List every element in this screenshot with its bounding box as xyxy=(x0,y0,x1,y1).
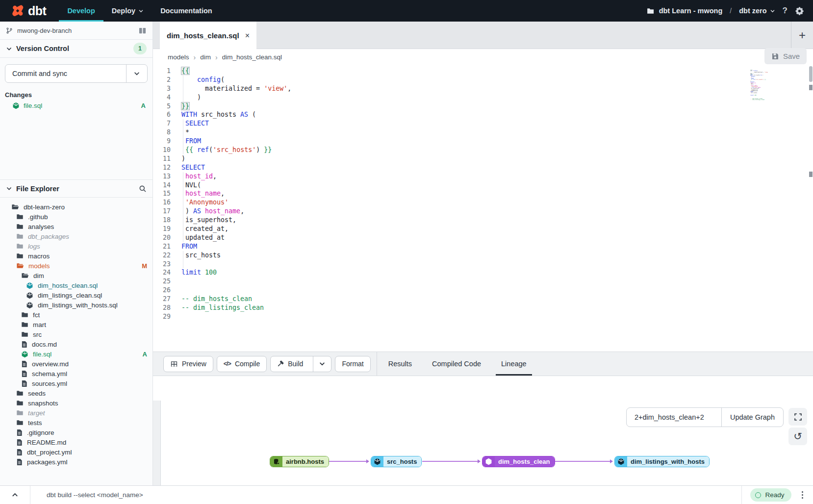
folder-icon xyxy=(16,409,24,416)
commit-and-sync-button[interactable]: Commit and sync xyxy=(5,65,126,82)
build-options-button[interactable] xyxy=(313,356,331,372)
branch-row[interactable]: mwong-dev-branch xyxy=(0,22,152,40)
model-icon xyxy=(615,456,627,467)
tree-item-dim-listings-clean-sql[interactable]: dim_listings_clean.sql xyxy=(0,290,152,300)
file-explorer-header[interactable]: File Explorer xyxy=(0,179,152,198)
lineage-node-label: dim_hosts_clean xyxy=(495,456,555,467)
tree-item--gitignore[interactable]: .gitignore xyxy=(0,428,152,437)
line-number: 23 xyxy=(153,260,181,269)
tree-item-target[interactable]: target xyxy=(0,408,152,418)
breadcrumb-separator-icon: › xyxy=(215,53,218,61)
save-button[interactable]: Save xyxy=(764,48,807,64)
tree-item-label: dim_listings_with_hosts.sql xyxy=(38,302,118,309)
editor-scrollbar[interactable] xyxy=(809,65,813,352)
code-line: 10 {{ ref('src_hosts') }} xyxy=(153,146,813,154)
result-tabs: ResultsCompiled CodeLineage xyxy=(388,352,527,376)
preview-button[interactable]: Preview xyxy=(163,356,213,372)
lineage-node-dim-hosts-clean[interactable]: dim_hosts_clean xyxy=(482,456,555,467)
gear-icon[interactable] xyxy=(795,6,804,16)
code-line: 22 src_hosts xyxy=(153,251,813,260)
search-icon[interactable] xyxy=(139,185,147,193)
chevron-down-icon xyxy=(319,360,326,367)
tree-item-models[interactable]: modelsM xyxy=(0,261,152,271)
code-line: 6WITH src_hosts AS ( xyxy=(153,110,813,119)
project-switcher[interactable]: dbt Learn - mwong xyxy=(646,7,723,15)
tree-item-label: analyses xyxy=(28,223,54,230)
tree-item-tests[interactable]: tests xyxy=(0,418,152,428)
file-icon xyxy=(21,370,27,378)
line-number: 25 xyxy=(153,277,181,286)
lineage-node-label: src_hosts xyxy=(383,456,421,467)
changes-label: Changes xyxy=(5,91,152,99)
tab-compiled-code[interactable]: Compiled Code xyxy=(432,352,481,376)
tree-item-readme-md[interactable]: README.md xyxy=(0,437,152,447)
tree-item-dbt-project-yml[interactable]: dbt_project.yml xyxy=(0,447,152,457)
nav-item-documentation[interactable]: Documentation xyxy=(152,0,221,22)
tree-item-sources-yml[interactable]: sources.yml xyxy=(0,378,152,388)
tree-item-packages-yml[interactable]: packages.yml xyxy=(0,457,152,467)
lineage-node-src-hosts[interactable]: src_hosts xyxy=(371,456,422,467)
changed-file-row[interactable]: file.sqlA xyxy=(0,101,152,111)
format-button[interactable]: Format xyxy=(335,356,370,372)
tree-item-label: dim xyxy=(33,272,44,279)
tree-item-overview-md[interactable]: overview.md xyxy=(0,359,152,369)
update-graph-button[interactable]: Update Graph xyxy=(721,408,783,427)
tree-item-dim[interactable]: dim xyxy=(0,271,152,280)
breadcrumb-item[interactable]: models xyxy=(168,53,189,61)
breadcrumb-item[interactable]: dim xyxy=(200,53,211,61)
folder-open-icon xyxy=(11,203,19,210)
close-icon[interactable]: × xyxy=(245,31,250,40)
folder-icon xyxy=(16,400,24,406)
new-tab-button[interactable]: + xyxy=(791,22,813,49)
lineage-node-dim-listings-with-hosts[interactable]: dim_listings_with_hosts xyxy=(614,456,710,467)
version-control-header[interactable]: Version Control 1 xyxy=(0,40,152,58)
code-line: 19 created_at, xyxy=(153,225,813,233)
breadcrumb-item[interactable]: dim_hosts_clean.sql xyxy=(222,53,282,61)
tree-item-dbt-packages[interactable]: dbt_packages xyxy=(0,231,152,241)
lineage-edge xyxy=(329,461,367,462)
reader-icon[interactable] xyxy=(138,27,147,34)
tree-item-macros[interactable]: macros xyxy=(0,251,152,261)
build-button[interactable]: Build xyxy=(271,356,309,372)
reset-view-button[interactable]: ↺ xyxy=(788,428,807,445)
lineage-node-airbnb-hosts[interactable]: airbnb.hosts xyxy=(270,456,329,467)
selector-input[interactable]: 2+dim_hosts_clean+2 xyxy=(627,408,721,427)
nav-item-develop[interactable]: Develop xyxy=(59,0,103,22)
line-number: 7 xyxy=(153,119,181,128)
tree-item--github[interactable]: .github xyxy=(0,212,152,222)
tree-item-dim-listings-with-hosts-sql[interactable]: dim_listings_with_hosts.sql xyxy=(0,300,152,310)
tree-item-label: docs.md xyxy=(32,341,57,348)
code-editor[interactable]: 1{{2 config(3 materialized = 'view',4 )5… xyxy=(153,65,813,352)
tree-item-file-sql[interactable]: file.sqlA xyxy=(0,349,152,359)
help-button[interactable]: ? xyxy=(783,6,788,16)
dbt-logo[interactable]: dbt xyxy=(0,0,59,22)
tree-item-analyses[interactable]: analyses xyxy=(0,222,152,231)
fullscreen-button[interactable] xyxy=(788,408,807,426)
tree-item-mart[interactable]: mart xyxy=(0,320,152,329)
kebab-menu[interactable] xyxy=(800,489,806,501)
tree-item-fct[interactable]: fct xyxy=(0,310,152,320)
compile-button[interactable]: </> Compile xyxy=(217,356,267,372)
tree-item-snapshots[interactable]: snapshots xyxy=(0,398,152,408)
tree-item-seeds[interactable]: seeds xyxy=(0,388,152,398)
git-status-badge: A xyxy=(143,351,147,358)
account-switcher[interactable]: dbt zero xyxy=(739,7,775,15)
tab-dim-hosts-clean[interactable]: dim_hosts_clean.sql × xyxy=(160,22,256,50)
tree-item-logs[interactable]: logs xyxy=(0,241,152,251)
tree-item-docs-md[interactable]: docs.md xyxy=(0,339,152,349)
nav-item-deploy[interactable]: Deploy xyxy=(103,0,152,22)
tree-item-label: tests xyxy=(28,419,42,427)
tree-item-schema-yml[interactable]: schema.yml xyxy=(0,369,152,378)
tree-item-dbt-learn-zero[interactable]: dbt-learn-zero xyxy=(0,202,152,212)
tree-item-src[interactable]: src xyxy=(0,329,152,339)
commit-options-button[interactable] xyxy=(126,65,147,82)
tree-item-dim-hosts-clean-sql[interactable]: dim_hosts_clean.sql xyxy=(0,280,152,290)
status-badge: Ready xyxy=(750,488,791,502)
code-line: 24limit 100 xyxy=(153,268,813,277)
tab-lineage[interactable]: Lineage xyxy=(501,352,527,376)
line-number: 12 xyxy=(153,163,181,172)
command-input[interactable]: dbt build --select <model_name> xyxy=(30,491,741,499)
command-bar-toggle[interactable] xyxy=(0,486,30,504)
line-number: 26 xyxy=(153,286,181,295)
tab-results[interactable]: Results xyxy=(388,352,412,376)
